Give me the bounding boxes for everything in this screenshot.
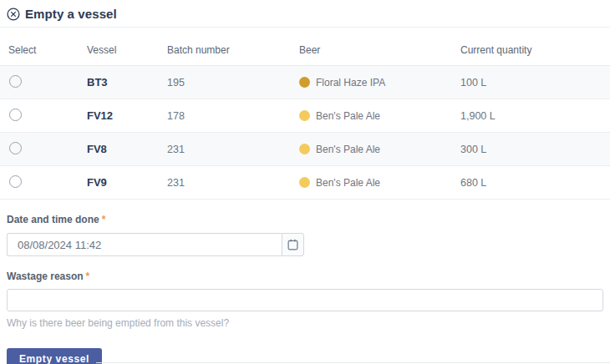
column-header-select: Select bbox=[8, 44, 87, 56]
close-icon[interactable] bbox=[7, 8, 20, 21]
calendar-picker-button[interactable] bbox=[282, 233, 304, 256]
batch-number: 195 bbox=[167, 77, 299, 88]
beer-name: Ben's Pale Ale bbox=[316, 177, 380, 189]
vessel-name: FV12 bbox=[87, 109, 167, 122]
column-header-vessel: Vessel bbox=[87, 44, 167, 56]
table-row: BT3 195 Floral Haze IPA 100 L bbox=[0, 66, 610, 99]
select-radio[interactable] bbox=[9, 142, 22, 154]
batch-number: 231 bbox=[167, 177, 299, 189]
bottom-divider bbox=[96, 362, 610, 363]
current-quantity: 680 L bbox=[460, 177, 610, 189]
datetime-input-group bbox=[7, 233, 304, 256]
select-radio[interactable] bbox=[9, 175, 22, 188]
current-quantity: 100 L bbox=[460, 77, 610, 88]
column-header-batch-number: Batch number bbox=[167, 44, 299, 56]
column-header-beer: Beer bbox=[299, 44, 460, 56]
required-asterisk: * bbox=[102, 214, 106, 225]
empty-vessel-button[interactable]: Empty vessel bbox=[7, 348, 102, 364]
form-area: Date and time done* Wastage reason* Why … bbox=[0, 214, 610, 364]
batch-number: 231 bbox=[167, 144, 299, 155]
current-quantity: 300 L bbox=[460, 144, 610, 155]
beer-name: Floral Haze IPA bbox=[316, 77, 385, 88]
beer-name: Ben's Pale Ale bbox=[316, 110, 380, 122]
beer-color-dot bbox=[299, 177, 310, 188]
beer-name: Ben's Pale Ale bbox=[316, 144, 380, 155]
wastage-label: Wastage reason* bbox=[7, 270, 603, 282]
beer-color-dot bbox=[299, 144, 310, 154]
column-header-current-quantity: Current quantity bbox=[460, 44, 610, 56]
table-row: FV9 231 Ben's Pale Ale 680 L bbox=[0, 166, 610, 200]
panel-header: Empty a vessel bbox=[0, 0, 610, 28]
current-quantity: 1,900 L bbox=[460, 110, 610, 122]
beer-color-dot bbox=[299, 77, 310, 88]
datetime-label: Date and time done* bbox=[7, 214, 603, 225]
select-radio[interactable] bbox=[9, 109, 22, 121]
calendar-icon bbox=[287, 239, 298, 250]
wastage-reason-input[interactable] bbox=[7, 289, 603, 311]
table-row: FV8 231 Ben's Pale Ale 300 L bbox=[0, 133, 610, 166]
wastage-helper-text: Why is there beer being emptied from thi… bbox=[7, 317, 603, 329]
table-header-row: Select Vessel Batch number Beer Current … bbox=[0, 28, 610, 66]
select-radio[interactable] bbox=[9, 75, 22, 88]
required-asterisk: * bbox=[86, 270, 90, 282]
datetime-input[interactable] bbox=[7, 233, 282, 256]
vessel-name: FV8 bbox=[87, 143, 167, 155]
beer-color-dot bbox=[299, 110, 310, 121]
page-title: Empty a vessel bbox=[25, 7, 117, 21]
table-row: FV12 178 Ben's Pale Ale 1,900 L bbox=[0, 99, 610, 133]
vessel-name: FV9 bbox=[87, 176, 167, 189]
batch-number: 178 bbox=[167, 110, 299, 122]
vessel-name: BT3 bbox=[87, 76, 167, 88]
